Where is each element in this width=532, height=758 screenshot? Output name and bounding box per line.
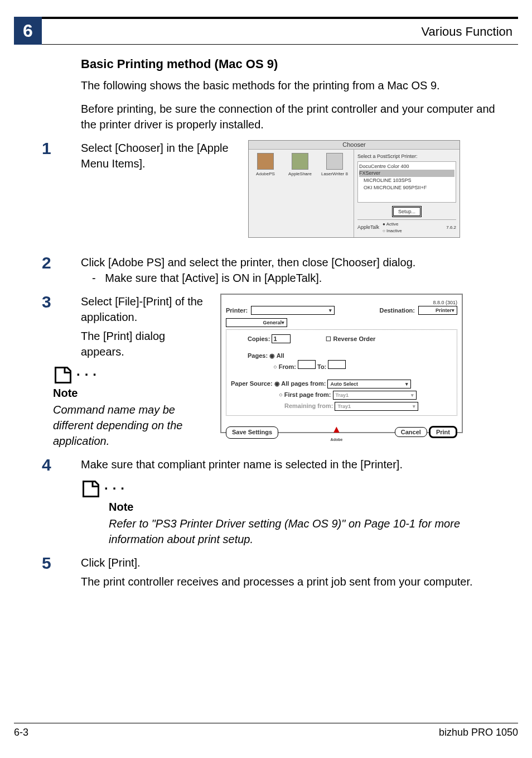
note-dots: ... <box>76 362 101 381</box>
chooser-printer-3[interactable]: MICROLINE 103SPS <box>359 177 454 184</box>
tab-dropdown[interactable]: General ▾ <box>226 318 287 327</box>
chooser-icon-list: AdobePS AppleShare LaserWriter 8 <box>249 150 354 237</box>
step-4: 4 Make sure that compliant printer name … <box>81 457 499 473</box>
note-1-label: Note <box>53 385 209 401</box>
step-3-line1: Select [File]-[Print] of the application… <box>81 294 209 325</box>
reverse-order-checkbox[interactable]: ☐ Reverse Order <box>326 335 375 342</box>
step-2: 2 Click [Adobe PS] and select the printe… <box>81 255 499 286</box>
print-dialog-screenshot: 8.8.0 (301) Printer: ▾ Destination: Prin… <box>220 294 463 433</box>
step-1-number: 1 <box>42 140 81 238</box>
pages-from-input[interactable] <box>298 360 316 369</box>
first-page-from-radio[interactable]: ○ First page from: <box>279 391 331 398</box>
step-4-number: 4 <box>42 457 81 473</box>
print-button[interactable]: Print <box>429 426 457 438</box>
copies-input[interactable]: 1 <box>272 334 291 343</box>
pages-all-radio[interactable]: ◉ All <box>269 352 284 359</box>
pages-to-input[interactable] <box>328 360 346 369</box>
step-2-number: 2 <box>42 255 81 286</box>
remaining-from-label: Remaining from: <box>284 402 333 409</box>
step-5-line1: Click [Print]. <box>81 555 499 570</box>
chooser-appleshare-icon[interactable]: AppleShare <box>287 153 313 177</box>
step-3: 3 Select [File]-[Print] of the applicati… <box>81 294 499 449</box>
cancel-button[interactable]: Cancel <box>395 427 427 437</box>
step-3-line2: The [Print] dialog appears. <box>81 328 209 359</box>
footer-product-name: bizhub PRO 1050 <box>439 727 518 738</box>
step-2-text: Click [Adobe PS] and select the printer,… <box>81 255 499 270</box>
chooser-setup-button[interactable]: Setup... <box>392 206 422 218</box>
content-area: Basic Printing method (Mac OS 9) The fol… <box>81 56 499 589</box>
all-pages-from-radio[interactable]: ◉ All pages from: <box>274 380 326 387</box>
dialog-button-row: Save Settings ▲Adobe Cancel Print <box>226 423 457 442</box>
appletalk-active-radio[interactable]: ● Active <box>383 221 402 227</box>
step-5: 5 Click [Print]. The print controller re… <box>81 555 499 589</box>
destination-dropdown[interactable]: Printer ▾ <box>418 306 457 315</box>
header-bar: Various Function <box>14 17 518 45</box>
chooser-adobeps-icon[interactable]: AdobePS <box>252 153 279 177</box>
print-dialog-version: 8.8.0 (301) <box>226 299 457 306</box>
paper-source-label: Paper Source: <box>231 380 273 387</box>
chapter-tab: 6 <box>14 17 42 45</box>
step-1: 1 Select [Chooser] in the [Apple Menu It… <box>81 140 499 238</box>
appletalk-label: AppleTalk <box>357 224 379 231</box>
note-2-label: Note <box>109 499 499 515</box>
chooser-printer-2[interactable]: FXServer <box>359 170 454 177</box>
pages-to-label: To: <box>317 363 326 370</box>
first-page-dropdown[interactable]: Tray1▾ <box>333 391 417 400</box>
step-4-text: Make sure that compliant printer name is… <box>81 457 499 473</box>
all-pages-dropdown[interactable]: Auto Select▾ <box>327 380 411 388</box>
save-settings-button[interactable]: Save Settings <box>226 426 278 438</box>
page-footer: 6-3 bizhub PRO 1050 <box>14 723 518 738</box>
note-2-text: Refer to "PS3 Printer Driver setting (Ma… <box>109 516 499 547</box>
adobe-logo: ▲Adobe <box>331 423 343 442</box>
chooser-title: Chooser <box>249 141 460 150</box>
note-dots: ... <box>104 476 129 495</box>
note-1-text: Command name may be different depending … <box>53 402 209 449</box>
pages-label: Pages: <box>248 352 268 359</box>
section-heading: Basic Printing method (Mac OS 9) <box>81 56 499 73</box>
note-1: ... Note Command name may be different d… <box>53 365 209 449</box>
chooser-version: 7.6.2 <box>446 224 456 231</box>
printer-dropdown[interactable]: ▾ <box>251 306 335 315</box>
step-2-sub: - Make sure that [Active] is ON in [Appl… <box>92 270 499 286</box>
copies-label: Copies: <box>248 335 270 342</box>
step-5-line2: The print controller receives and proces… <box>81 574 499 589</box>
step-1-text: Select [Chooser] in the [Apple Menu Item… <box>81 140 237 171</box>
note-icon <box>81 479 101 499</box>
chooser-printer-1[interactable]: DocuCentre Color 400 <box>359 163 454 170</box>
chooser-printer-4[interactable]: OKI MICROLINE 905PSII+F <box>359 184 454 191</box>
step-5-number: 5 <box>42 555 81 589</box>
remaining-dropdown[interactable]: Tray1▾ <box>335 402 418 411</box>
chooser-select-label: Select a PostScript Printer: <box>357 153 456 160</box>
footer-page-number: 6-3 <box>14 727 28 738</box>
intro-paragraph-1: The following shows the basic methods fo… <box>81 78 499 93</box>
header-title: Various Function <box>422 25 512 39</box>
intro-paragraph-2: Before printing, be sure the connection … <box>81 101 499 132</box>
pages-from-radio[interactable]: ○ From: <box>273 363 296 370</box>
destination-label: Destination: <box>379 306 415 315</box>
chooser-dialog-screenshot: Chooser AdobePS AppleShare LaserWriter 8… <box>248 140 460 238</box>
note-2: ... Note Refer to "PS3 Printer Driver se… <box>81 479 499 547</box>
printer-label: Printer: <box>226 306 248 315</box>
note-icon <box>53 365 73 385</box>
chooser-laserwriter-icon[interactable]: LaserWriter 8 <box>321 153 348 177</box>
appletalk-inactive-radio[interactable]: ○ Inactive <box>383 228 402 234</box>
document-page: Various Function 6 Basic Printing method… <box>0 0 532 758</box>
